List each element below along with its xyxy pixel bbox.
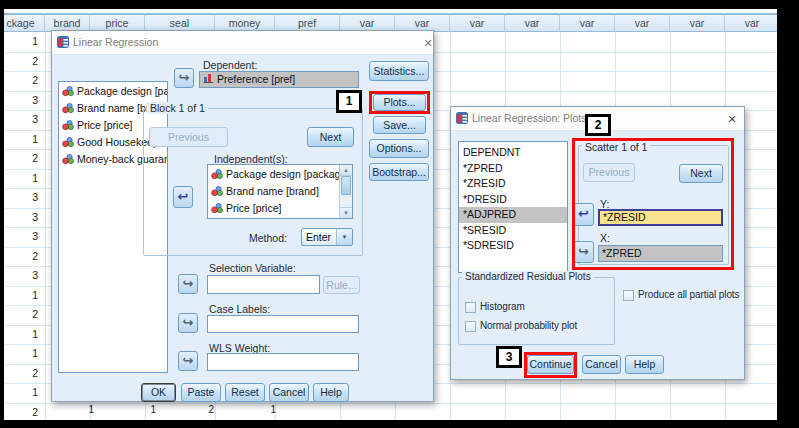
plots-variable-item[interactable]: *DRESID: [459, 192, 567, 208]
move-x-button[interactable]: ↪: [573, 241, 594, 263]
statistics-button[interactable]: Statistics...: [369, 61, 429, 81]
dialog-titlebar[interactable]: Linear Regression ✕: [52, 31, 433, 55]
screenshot-root: ckagebrandpricesealmoneyprefvarvarvarvar…: [0, 0, 799, 428]
bent-arrow-right-icon: ↪: [183, 315, 194, 330]
selection-variable-label: Selection Variable:: [209, 262, 296, 274]
cell-value[interactable]: 2: [4, 406, 38, 418]
help-button[interactable]: Help: [625, 355, 664, 374]
variable-item[interactable]: Package design [package]: [208, 165, 352, 182]
cell-value[interactable]: 1: [4, 289, 38, 301]
next-button[interactable]: Next: [307, 127, 354, 147]
cell-value[interactable]: 3: [4, 230, 38, 242]
previous-button[interactable]: Previous: [149, 127, 228, 147]
plots-variable-list[interactable]: DEPENDNT*ZPRED*ZRESID*DRESID*ADJPRED*SRE…: [458, 141, 568, 273]
x-axis-field[interactable]: *ZPRED: [598, 245, 723, 262]
rule-button[interactable]: Rule...: [323, 276, 360, 294]
cell-value[interactable]: 2: [4, 250, 38, 262]
cell-value[interactable]: 2: [4, 308, 38, 320]
cell-value[interactable]: 3: [4, 191, 38, 203]
variable-label: Package design [pa...: [77, 85, 168, 97]
x-axis-label: X:: [600, 232, 610, 244]
column-header-var[interactable]: var: [505, 13, 560, 32]
close-icon[interactable]: ✕: [725, 112, 739, 126]
column-header-ckage[interactable]: ckage: [4, 13, 45, 32]
save-button[interactable]: Save...: [373, 116, 426, 134]
wls-weight-input[interactable]: [207, 353, 359, 371]
annotation-step-1: 1: [336, 90, 362, 113]
cell-value[interactable]: 3: [4, 211, 38, 223]
annotation-step-2: 2: [585, 114, 611, 136]
plots-button[interactable]: Plots...: [373, 94, 426, 111]
cell-value[interactable]: 2: [4, 367, 38, 379]
cell-value[interactable]: 3: [4, 269, 38, 281]
move-wls-button[interactable]: ↪: [178, 351, 198, 371]
cell-value[interactable]: 1: [4, 35, 38, 47]
options-button[interactable]: Options...: [369, 139, 429, 158]
paste-button[interactable]: Paste: [181, 383, 221, 402]
variable-icon: [211, 169, 223, 179]
cell-value[interactable]: 2: [4, 152, 38, 164]
cell-value[interactable]: 1: [4, 172, 38, 184]
dependent-value: Preference [pref]: [217, 72, 295, 87]
remove-independent-button[interactable]: ↩: [173, 186, 193, 208]
variable-item[interactable]: Package design [pa...: [59, 82, 167, 99]
column-header-var[interactable]: var: [615, 13, 670, 32]
cell-value[interactable]: 1: [4, 133, 38, 145]
previous-scatter-button[interactable]: Previous: [583, 163, 635, 182]
scroll-up-icon[interactable]: ▲: [340, 165, 352, 176]
scrollbar-thumb[interactable]: [341, 176, 351, 195]
plots-variable-item[interactable]: *ZPRED: [459, 161, 567, 177]
move-selection-button[interactable]: ↪: [178, 274, 198, 294]
column-header-var[interactable]: var: [560, 13, 615, 32]
variable-label: Price [price]: [77, 119, 132, 131]
variable-icon: [62, 86, 74, 96]
ok-button[interactable]: OK: [141, 383, 176, 402]
cell-value[interactable]: 2: [4, 74, 38, 86]
column-header-var[interactable]: var: [450, 13, 505, 32]
method-dropdown[interactable]: Enter ▼: [301, 228, 353, 246]
plots-variable-item[interactable]: DEPENDNT: [459, 145, 567, 161]
plots-variable-item[interactable]: *SRESID: [459, 223, 567, 239]
scale-variable-icon: [203, 72, 214, 87]
reset-button[interactable]: Reset: [225, 383, 265, 402]
independent-list[interactable]: Package design [package]Brand name [bran…: [207, 164, 353, 219]
variable-item[interactable]: Price [price]: [208, 199, 352, 216]
cancel-button[interactable]: Cancel: [582, 355, 621, 374]
frame-border-bottom: [0, 420, 799, 428]
scroll-down-icon[interactable]: ▼: [340, 207, 352, 218]
cancel-button[interactable]: Cancel: [269, 383, 309, 402]
column-header-var[interactable]: var: [725, 13, 780, 32]
normal-probability-label: Normal probability plot: [480, 320, 577, 331]
variable-item[interactable]: Brand name [brand]: [208, 182, 352, 199]
move-case-labels-button[interactable]: ↪: [178, 313, 198, 333]
cell-value[interactable]: 3: [4, 113, 38, 125]
plots-variable-item[interactable]: *ZRESID: [459, 176, 567, 192]
plots-variable-item[interactable]: *ADJPRED: [459, 207, 567, 223]
move-dependent-button[interactable]: ↪: [174, 68, 194, 88]
cell-value[interactable]: 1: [4, 386, 38, 398]
annotation-step-3: 3: [496, 346, 522, 368]
cell-value[interactable]: 1: [4, 347, 38, 359]
partial-plots-checkbox[interactable]: [623, 290, 634, 301]
cell-value[interactable]: 3: [4, 94, 38, 106]
move-y-button[interactable]: ↩: [573, 203, 594, 226]
column-header-var[interactable]: var: [670, 13, 725, 32]
help-button[interactable]: Help: [313, 383, 349, 402]
y-axis-field[interactable]: *ZRESID: [598, 209, 723, 226]
dependent-field[interactable]: Preference [pref]: [199, 71, 359, 88]
bootstrap-button[interactable]: Bootstrap...: [369, 163, 429, 181]
variable-icon: [62, 154, 74, 164]
continue-button[interactable]: Continue: [527, 355, 574, 374]
histogram-checkbox[interactable]: [465, 302, 476, 313]
close-icon[interactable]: ✕: [421, 36, 435, 50]
cell-value[interactable]: 1: [4, 328, 38, 340]
next-scatter-button[interactable]: Next: [679, 164, 723, 183]
plots-variable-item[interactable]: *SDRESID: [459, 238, 567, 254]
case-labels-input[interactable]: [207, 315, 359, 333]
spss-dialog-icon: [455, 111, 469, 125]
frame-border-right: [777, 0, 799, 428]
cell-value[interactable]: 2: [4, 55, 38, 67]
selection-variable-input[interactable]: [207, 275, 320, 294]
normal-probability-checkbox[interactable]: [465, 321, 476, 332]
scrollbar[interactable]: ▲ ▼: [339, 165, 352, 218]
